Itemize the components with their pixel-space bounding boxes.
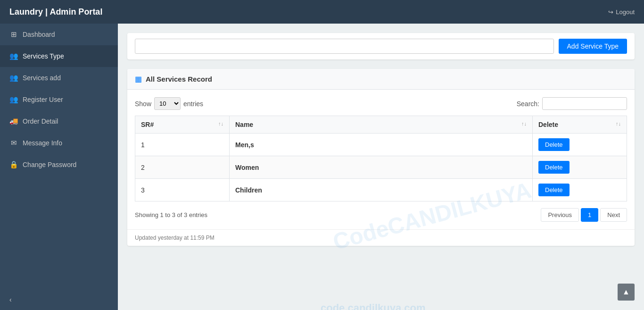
updated-timestamp: Updated yesterday at 11:59 PM xyxy=(127,229,635,246)
search-input[interactable] xyxy=(542,97,627,110)
sidebar: ⊞ Dashboard 👥 Services Type 👥 Services a… xyxy=(0,24,118,310)
sidebar-item-label: Services add xyxy=(23,74,61,82)
sidebar-item-label: Dashboard xyxy=(23,31,55,38)
register-user-icon: 👥 xyxy=(9,95,18,104)
logout-icon: ↪ xyxy=(608,8,613,16)
table-row: 3 Children Delete xyxy=(135,179,627,201)
search-box: Search: xyxy=(517,97,627,110)
sort-delete-icon: ↑↓ xyxy=(616,121,621,126)
add-service-form: Add Service Type xyxy=(127,33,635,59)
col-delete-label: Delete xyxy=(538,121,558,128)
table-icon: ▦ xyxy=(135,75,142,84)
cell-sr: 2 xyxy=(135,156,230,179)
updated-label: Updated yesterday at 11:59 PM xyxy=(135,235,215,241)
navbar: Laundry | Admin Portal ↪ Logout xyxy=(0,0,644,24)
delete-button[interactable]: Delete xyxy=(538,184,570,196)
search-label: Search: xyxy=(517,100,539,108)
sidebar-item-label: Register User xyxy=(23,96,63,103)
col-name[interactable]: Name ↑↓ xyxy=(230,116,533,134)
sidebar-item-change-password[interactable]: 🔒 Change Password xyxy=(0,154,118,176)
pagination-area: Showing 1 to 3 of 3 entries Previous 1 N… xyxy=(135,208,627,222)
previous-button[interactable]: Previous xyxy=(541,208,579,222)
page-1-button[interactable]: 1 xyxy=(581,208,598,222)
card-title: All Services Record xyxy=(146,75,212,83)
col-sr[interactable]: SR# ↑↓ xyxy=(135,116,230,134)
watermark-subtext: code.candilkuya.com xyxy=(321,302,426,310)
cell-delete: Delete xyxy=(533,156,627,179)
next-button[interactable]: Next xyxy=(600,208,627,222)
cell-delete: Delete xyxy=(533,134,627,156)
col-sr-label: SR# xyxy=(141,121,154,128)
sidebar-item-order-detail[interactable]: 🚚 Order Detail xyxy=(0,110,118,132)
services-record-card: ▦ All Services Record Show 10 25 50 100 … xyxy=(127,69,635,246)
sidebar-item-dashboard[interactable]: ⊞ Dashboard xyxy=(0,24,118,45)
table-row: 1 Men,s Delete xyxy=(135,134,627,156)
cell-name: Women xyxy=(230,156,533,179)
services-table: SR# ↑↓ Name ↑↓ Delete ↑↓ xyxy=(135,116,627,201)
card-body: Show 10 25 50 100 entries Search: xyxy=(127,90,635,229)
col-delete[interactable]: Delete ↑↓ xyxy=(533,116,627,134)
sidebar-item-register-user[interactable]: 👥 Register User xyxy=(0,89,118,110)
cell-sr: 3 xyxy=(135,179,230,201)
add-service-button[interactable]: Add Service Type xyxy=(559,39,627,54)
logout-button[interactable]: ↪ Logout xyxy=(608,8,635,16)
delete-button[interactable]: Delete xyxy=(538,161,570,174)
main-content: Add Service Type ▦ All Services Record S… xyxy=(118,24,644,310)
sidebar-item-message-info[interactable]: ✉ Message Info xyxy=(0,132,118,154)
services-add-icon: 👥 xyxy=(9,74,18,82)
table-controls: Show 10 25 50 100 entries Search: xyxy=(135,97,627,110)
app-title: Laundry | Admin Portal xyxy=(9,7,102,17)
services-type-icon: 👥 xyxy=(9,52,18,60)
logout-label: Logout xyxy=(616,8,635,16)
sidebar-item-label: Order Detail xyxy=(23,117,58,125)
toggle-icon: ‹ xyxy=(9,296,12,303)
sidebar-item-services-type[interactable]: 👥 Services Type xyxy=(0,45,118,67)
cell-sr: 1 xyxy=(135,134,230,156)
entries-select[interactable]: 10 25 50 100 xyxy=(154,97,181,110)
show-label: Show xyxy=(135,100,151,108)
sort-sr-icon: ↑↓ xyxy=(218,121,223,126)
col-name-label: Name xyxy=(235,121,253,128)
sidebar-item-label: Message Info xyxy=(23,139,62,147)
message-info-icon: ✉ xyxy=(9,139,18,147)
dashboard-icon: ⊞ xyxy=(9,30,18,39)
table-header-row: SR# ↑↓ Name ↑↓ Delete ↑↓ xyxy=(135,116,627,134)
pagination: Previous 1 Next xyxy=(541,208,627,222)
sort-name-icon: ↑↓ xyxy=(521,121,527,126)
sidebar-item-label: Change Password xyxy=(23,161,76,168)
cell-name: Children xyxy=(230,179,533,201)
cell-name: Men,s xyxy=(230,134,533,156)
show-entries: Show 10 25 50 100 entries xyxy=(135,97,203,110)
delete-button[interactable]: Delete xyxy=(538,138,570,151)
change-password-icon: 🔒 xyxy=(9,160,18,169)
order-detail-icon: 🚚 xyxy=(9,117,18,126)
layout: ⊞ Dashboard 👥 Services Type 👥 Services a… xyxy=(0,24,644,310)
entries-label: entries xyxy=(183,100,203,108)
sidebar-item-services-add[interactable]: 👥 Services add xyxy=(0,67,118,89)
service-type-input[interactable] xyxy=(135,39,554,54)
sidebar-item-label: Services Type xyxy=(23,52,64,60)
sidebar-toggle-button[interactable]: ‹ xyxy=(0,289,118,310)
cell-delete: Delete xyxy=(533,179,627,201)
scroll-top-button[interactable]: ▲ xyxy=(618,284,635,301)
table-row: 2 Women Delete xyxy=(135,156,627,179)
card-header: ▦ All Services Record xyxy=(127,69,635,90)
showing-info: Showing 1 to 3 of 3 entries xyxy=(135,211,207,218)
